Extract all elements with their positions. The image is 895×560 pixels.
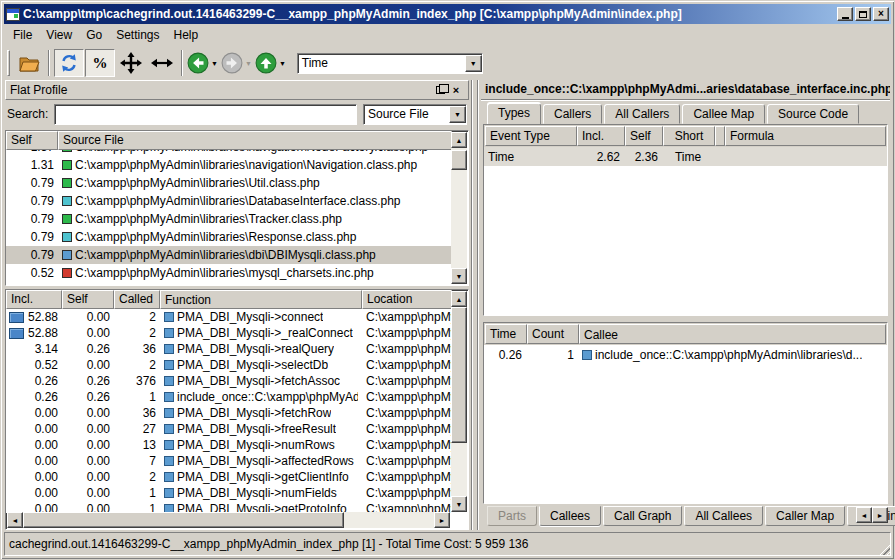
up-dropdown-icon[interactable]: ▼ xyxy=(279,60,286,67)
menu-item[interactable]: Go xyxy=(79,26,109,44)
function-row[interactable]: 0.00 0.00 13 PMA_DBI_Mysqli->numRows C:\… xyxy=(6,437,452,453)
source-file-row[interactable]: 0.52 C:\xampp\phpMyAdmin\libraries\user_… xyxy=(6,282,452,285)
minimize-button[interactable] xyxy=(837,7,853,21)
detail-tab[interactable]: Types xyxy=(487,103,541,125)
function-row[interactable]: 0.26 0.26 1 include_once::C:\xampp\phpMy… xyxy=(6,389,452,405)
group-by-selector[interactable]: Source File ▼ xyxy=(363,104,467,125)
detail-tab[interactable]: Callee Map xyxy=(682,104,765,124)
resize-grip-icon[interactable] xyxy=(877,542,890,555)
column-header-incl[interactable]: Incl. xyxy=(6,290,62,309)
flat-profile-header[interactable]: Flat Profile × xyxy=(5,80,469,100)
scroll-left-button[interactable]: ◄ xyxy=(7,512,23,528)
panel-splitter[interactable] xyxy=(471,80,479,530)
source-file-path: C:\xampp\phpMyAdmin\libraries\user_prefe… xyxy=(75,284,380,285)
incl-cost-value: 0.00 xyxy=(35,422,58,436)
group-color-icon xyxy=(62,268,72,278)
detail-tab[interactable]: Callees xyxy=(539,506,601,526)
function-row[interactable]: 0.52 0.00 2 PMA_DBI_Mysqli->selectDb C:\… xyxy=(6,357,452,373)
callee-row[interactable]: 0.26 1 include_once::C:\xampp\phpMyAdmin… xyxy=(484,345,887,364)
event-type-row[interactable]: Time 2.62 2.36 Time xyxy=(484,147,887,166)
column-header-count[interactable]: Count xyxy=(527,324,579,344)
tab-scroll-right-button[interactable]: ► xyxy=(872,507,888,523)
toolbar-drag-handle[interactable] xyxy=(7,50,10,76)
source-file-row[interactable]: 0.79 C:\xampp\phpMyAdmin\libraries\Track… xyxy=(6,210,452,228)
function-row[interactable]: 52.88 0.00 2 PMA_DBI_Mysqli->connect C:\… xyxy=(6,309,452,325)
title-bar[interactable]: C:\xampp\tmp\cachegrind.out.1416463299-C… xyxy=(4,4,891,24)
function-row[interactable]: 0.00 0.00 2 PMA_DBI_Mysqli->getClientInf… xyxy=(6,469,452,485)
relative-to-parent-toggle[interactable] xyxy=(116,49,146,77)
event-type-selector[interactable]: Time ▼ xyxy=(297,53,483,74)
detail-tab[interactable]: Parts xyxy=(487,506,537,526)
menu-item[interactable]: Help xyxy=(167,26,206,44)
column-header-formula[interactable]: Formula xyxy=(725,126,886,146)
detail-tab[interactable]: All Callers xyxy=(604,104,680,124)
column-header-source-file[interactable]: Source File xyxy=(58,131,452,150)
event-type-dropdown-button[interactable]: ▼ xyxy=(465,55,482,72)
function-row[interactable]: 0.00 0.00 27 PMA_DBI_Mysqli->freeResult … xyxy=(6,421,452,437)
scroll-up-button[interactable]: ▲ xyxy=(451,291,467,307)
scroll-right-button[interactable]: ► xyxy=(434,512,450,528)
column-header-function[interactable]: Function xyxy=(160,290,362,309)
scrollbar-thumb[interactable] xyxy=(451,150,467,170)
forward-button[interactable]: ▼ xyxy=(221,52,252,74)
function-name: PMA_DBI_Mysqli->numRows xyxy=(177,438,335,452)
scrollbar-thumb[interactable] xyxy=(451,307,467,443)
source-file-path: C:\xampp\phpMyAdmin\libraries\mysql_char… xyxy=(75,266,374,280)
function-row[interactable]: 0.00 0.00 36 PMA_DBI_Mysqli->fetchRow C:… xyxy=(6,405,452,421)
menu-item[interactable]: Settings xyxy=(109,26,166,44)
column-header-incl[interactable]: Incl. xyxy=(577,126,625,146)
column-header-short[interactable]: Short xyxy=(663,126,715,146)
source-file-row[interactable]: 0.52 C:\xampp\phpMyAdmin\libraries\mysql… xyxy=(6,264,452,282)
function-table-horizontal-scrollbar[interactable]: ◄ ► xyxy=(7,512,450,528)
column-header-time[interactable]: Time xyxy=(485,324,527,344)
detail-tab[interactable]: Call Graph xyxy=(603,506,682,526)
scroll-down-button[interactable]: ▼ xyxy=(451,268,467,284)
column-header-self[interactable]: Self xyxy=(625,126,663,146)
source-file-row[interactable]: 1.31 C:\xampp\phpMyAdmin\libraries\navig… xyxy=(6,156,452,174)
column-header-called[interactable]: Called xyxy=(114,290,160,309)
relative-percent-toggle[interactable]: % xyxy=(85,49,115,77)
float-dock-button[interactable] xyxy=(432,83,448,97)
function-row[interactable]: 52.88 0.00 2 PMA_DBI_Mysqli->_realConnec… xyxy=(6,325,452,341)
back-button[interactable]: ▼ xyxy=(187,52,218,74)
function-row[interactable]: 0.00 0.00 7 PMA_DBI_Mysqli->affectedRows… xyxy=(6,453,452,469)
source-file-row[interactable]: 0.79 C:\xampp\phpMyAdmin\libraries\Util.… xyxy=(6,174,452,192)
event-type-rows: Time 2.62 2.36 Time xyxy=(484,147,887,315)
close-button[interactable]: × xyxy=(873,7,889,21)
function-row[interactable]: 3.14 0.26 36 PMA_DBI_Mysqli->realQuery C… xyxy=(6,341,452,357)
function-table-vertical-scrollbar[interactable]: ▲ ▼ xyxy=(451,291,467,512)
scroll-down-icon: ▼ xyxy=(456,501,463,508)
menu-item[interactable]: View xyxy=(39,26,79,44)
file-table-vertical-scrollbar[interactable]: ▲ ▼ xyxy=(451,132,467,284)
scroll-down-button[interactable]: ▼ xyxy=(451,496,467,512)
maximize-button[interactable] xyxy=(855,7,871,21)
detail-tab[interactable]: All Callees xyxy=(684,506,763,526)
detail-tab[interactable]: Caller Map xyxy=(765,506,845,526)
up-button[interactable]: ▼ xyxy=(255,52,286,74)
function-row[interactable]: 0.00 0.00 1 PMA_DBI_Mysqli->numFields C:… xyxy=(6,485,452,501)
tab-scroll-left-button[interactable]: ◄ xyxy=(856,507,872,523)
source-file-row[interactable]: 0.79 C:\xampp\phpMyAdmin\libraries\dbi\D… xyxy=(6,246,452,264)
group-by-dropdown-button[interactable]: ▼ xyxy=(449,106,466,123)
back-dropdown-icon[interactable]: ▼ xyxy=(211,60,218,67)
search-input[interactable] xyxy=(54,104,357,125)
column-header-event-type[interactable]: Event Type xyxy=(485,126,577,146)
detail-tab[interactable]: Source Code xyxy=(767,104,859,124)
shorten-templates-toggle[interactable] xyxy=(147,49,177,77)
function-icon xyxy=(164,328,174,338)
cycle-groups-button[interactable] xyxy=(54,49,84,77)
detail-tab[interactable]: Callers xyxy=(543,104,602,124)
close-dock-button[interactable]: × xyxy=(448,83,464,97)
column-header-callee[interactable]: Callee xyxy=(579,324,886,344)
column-header-self[interactable]: Self xyxy=(62,290,114,309)
scrollbar-thumb[interactable] xyxy=(23,512,344,528)
menu-item[interactable]: File xyxy=(6,26,39,44)
column-header-self[interactable]: Self xyxy=(6,131,58,150)
source-file-row[interactable]: 0.79 C:\xampp\phpMyAdmin\libraries\Respo… xyxy=(6,228,452,246)
column-header-location[interactable]: Location xyxy=(362,290,452,309)
scroll-up-button[interactable]: ▲ xyxy=(451,132,467,148)
source-file-row[interactable]: 0.79 C:\xampp\phpMyAdmin\libraries\Datab… xyxy=(6,192,452,210)
open-file-button[interactable] xyxy=(14,49,44,77)
source-file-table: Self Source File 1.37 C:\xampp\phpMyAdmi… xyxy=(5,130,469,286)
function-row[interactable]: 0.26 0.26 376 PMA_DBI_Mysqli->fetchAssoc… xyxy=(6,373,452,389)
